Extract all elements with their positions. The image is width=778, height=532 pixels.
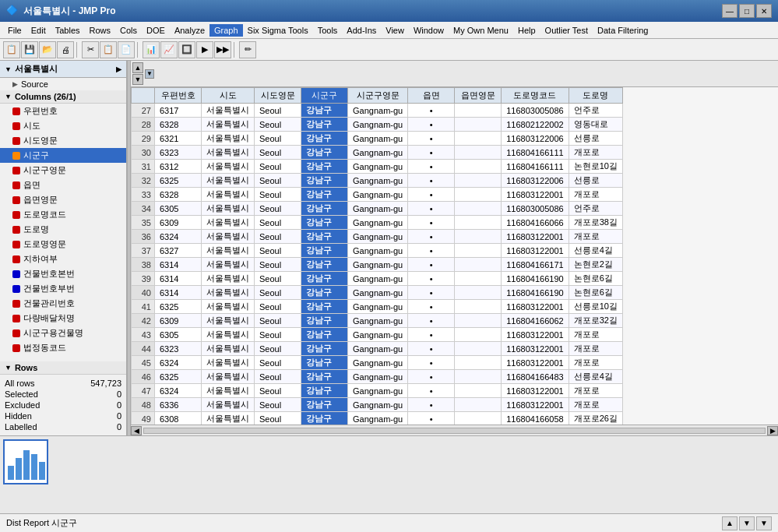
toolbar-btn-10[interactable]: 🔲 (178, 41, 195, 58)
cell-시군구영문: Gangnam-gu (348, 412, 408, 425)
table-row: 406314서울특별시Seoul강남구Gangnam-gu•1168041661… (132, 286, 623, 300)
menu-outlier-test[interactable]: Outlier Test (540, 24, 593, 37)
col-header-시군구영문[interactable]: 시군구영문 (348, 88, 408, 104)
menu-file[interactable]: File (3, 24, 26, 37)
nav-down-btn[interactable]: ▼ (132, 74, 143, 85)
menu-view[interactable]: View (381, 24, 409, 37)
toolbar-btn-3[interactable]: 📂 (39, 41, 56, 58)
menu-edit[interactable]: Edit (26, 24, 51, 37)
table-row: 356309서울특별시Seoul강남구Gangnam-gu•1168041660… (132, 216, 623, 230)
cell-시군구: 강남구 (301, 244, 348, 258)
col-건물관리번호[interactable]: 건물관리번호 (0, 296, 126, 311)
status-down-btn[interactable]: ▼ (739, 516, 755, 530)
col-name-법정동코드: 법정동코드 (23, 342, 66, 354)
cell-시군구: 강남구 (301, 300, 348, 314)
source-item[interactable]: ▶ Source (0, 78, 126, 90)
col-header-시도[interactable]: 시도 (202, 88, 255, 104)
cell-읍면영문 (455, 132, 502, 146)
col-header-읍면영문[interactable]: 읍면영문 (455, 88, 502, 104)
menu-six-sigma-tools[interactable]: Six Sigma Tools (243, 24, 313, 37)
cell-시도: 서울특별시 (202, 104, 255, 118)
toolbar-btn-4[interactable]: 🖨 (57, 41, 74, 58)
toolbar-btn-5[interactable]: ✂ (82, 41, 99, 58)
cell-시군구영문: Gangnam-gu (348, 258, 408, 272)
menu-graph[interactable]: Graph (209, 24, 243, 37)
col-header-시도영문[interactable]: 시도영문 (255, 88, 301, 104)
col-header-도로명코드[interactable]: 도로명코드 (502, 88, 569, 104)
cell-시도영문: Seoul (255, 230, 301, 244)
rows-section-header[interactable]: ▼ Rows (0, 361, 126, 375)
hscroll-left[interactable]: ◀ (131, 426, 142, 435)
toolbar-separator-1 (76, 42, 79, 58)
toolbar-btn-2[interactable]: 💾 (21, 41, 38, 58)
col-우편번호[interactable]: 우편번호 (0, 104, 126, 118)
cell-시도: 서울특별시 (202, 342, 255, 356)
menu-bar: FileEditTablesRowsColsDOEAnalyzeGraphSix… (0, 22, 778, 39)
menu-add-ins[interactable]: Add-Ins (342, 24, 381, 37)
col-시군구영문[interactable]: 시군구영문 (0, 163, 126, 178)
menu-rows[interactable]: Rows (85, 24, 116, 37)
toolbar-btn-11[interactable]: ▶ (196, 41, 213, 58)
toolbar-btn-8[interactable]: 📊 (143, 41, 160, 58)
col-읍면영문[interactable]: 읍면영문 (0, 192, 126, 207)
close-button[interactable]: ✕ (756, 4, 772, 18)
col-도로명영문[interactable]: 도로명영문 (0, 237, 126, 252)
menu-cols[interactable]: Cols (115, 24, 142, 37)
cell-우편번호: 6327 (155, 244, 202, 258)
expand-icon[interactable]: ▶ (116, 65, 121, 73)
col-읍면[interactable]: 읍면 (0, 178, 126, 192)
col-시군구[interactable]: 시군구 (0, 148, 126, 163)
col-지하여부[interactable]: 지하여부 (0, 252, 126, 266)
cell-시도영문: Seoul (255, 356, 301, 370)
col-건물번호본번[interactable]: 건물번호본번 (0, 266, 126, 281)
dataset-arrow: ▼ (5, 65, 12, 73)
left-panel: ▼ 서울특별시 ▶ ▶ Source ▼ Columns (26/1) 우편번호… (0, 61, 127, 435)
toolbar-btn-6[interactable]: 📋 (100, 41, 117, 58)
hscroll-track[interactable] (143, 428, 766, 434)
col-name-건물번호본번: 건물번호본번 (23, 268, 75, 280)
hidden-label: Hidden (5, 411, 32, 421)
col-도로명[interactable]: 도로명 (0, 222, 126, 237)
nav-up-btn[interactable]: ▲ (132, 62, 143, 73)
columns-section-header[interactable]: ▼ Columns (26/1) (0, 90, 126, 104)
status-menu-btn[interactable]: ▼ (756, 516, 772, 530)
data-table-container[interactable]: 우편번호 시도 시도영문 시군구 시군구영문 읍면 읍면영문 도로명코드 도로명… (131, 87, 778, 425)
col-법정동코드[interactable]: 법정동코드 (0, 340, 126, 355)
filter-dropdown[interactable]: ▼ (145, 69, 154, 79)
col-시도[interactable]: 시도 (0, 118, 126, 133)
menu-data-filtering[interactable]: Data Filtering (593, 24, 653, 37)
menu-tables[interactable]: Tables (51, 24, 85, 37)
toolbar-btn-7[interactable]: 📄 (118, 41, 135, 58)
maximize-button[interactable]: □ (739, 4, 755, 18)
menu-doe[interactable]: DOE (142, 24, 170, 37)
toolbar-btn-13[interactable]: ✏ (239, 41, 256, 58)
thumbnail-histogram[interactable] (3, 439, 48, 484)
cell-도로명코드: 116804166190 (502, 286, 569, 300)
col-다량배달처명[interactable]: 다량배달처명 (0, 311, 126, 326)
cell-시도: 서울특별시 (202, 328, 255, 342)
col-건물번호부번[interactable]: 건물번호부번 (0, 281, 126, 296)
hscrollbar[interactable]: ◀ ▶ (131, 425, 778, 435)
menu-tools[interactable]: Tools (313, 24, 343, 37)
menu-my-own-menu[interactable]: My Own Menu (449, 24, 513, 37)
col-header-도로명[interactable]: 도로명 (569, 88, 622, 104)
status-up-btn[interactable]: ▲ (722, 516, 738, 530)
col-header-rownum[interactable] (132, 88, 155, 104)
col-header-우편번호[interactable]: 우편번호 (155, 88, 202, 104)
toolbar-separator-2 (137, 42, 140, 58)
col-도로명코드[interactable]: 도로명코드 (0, 207, 126, 222)
hscroll-right[interactable]: ▶ (767, 426, 778, 435)
dataset-header[interactable]: ▼ 서울특별시 ▶ (0, 61, 126, 78)
cell-시도영문: Seoul (255, 202, 301, 216)
menu-help[interactable]: Help (513, 24, 540, 37)
col-header-읍면[interactable]: 읍면 (408, 88, 455, 104)
toolbar-btn-9[interactable]: 📈 (160, 41, 178, 58)
minimize-button[interactable]: — (722, 4, 738, 18)
toolbar-btn-12[interactable]: ▶▶ (214, 41, 231, 58)
menu-analyze[interactable]: Analyze (170, 24, 209, 37)
col-header-시군구[interactable]: 시군구 (301, 88, 348, 104)
menu-window[interactable]: Window (409, 24, 449, 37)
col-시군구용건물명[interactable]: 시군구용건물명 (0, 326, 126, 340)
col-시도영문[interactable]: 시도영문 (0, 133, 126, 148)
toolbar-btn-1[interactable]: 📋 (3, 41, 20, 58)
